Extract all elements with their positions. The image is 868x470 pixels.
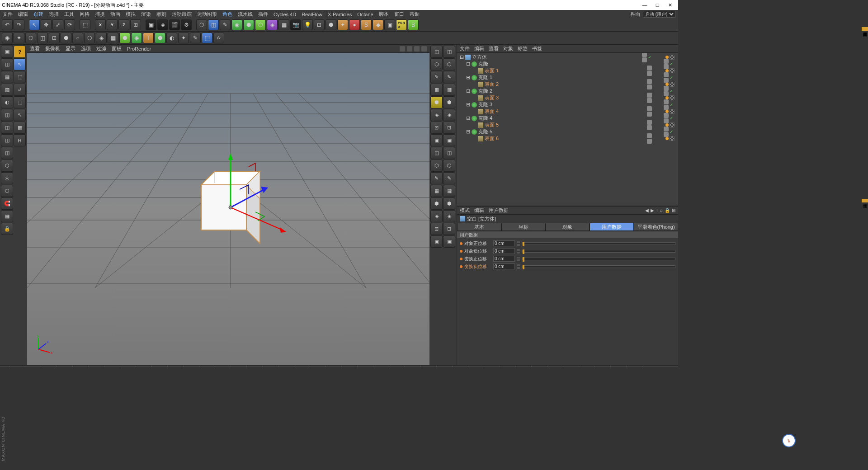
plugin-s-button[interactable]: S	[361, 19, 372, 30]
t2-part[interactable]: ✦	[178, 33, 189, 43]
move-tool[interactable]: ✥	[41, 19, 52, 30]
left-tool-1-1[interactable]: ↖	[14, 58, 26, 70]
vp-menu-面板[interactable]: 面板	[112, 45, 122, 52]
attr-value-input[interactable]: 0 cm	[493, 240, 515, 246]
plugin-2-button[interactable]: ●	[349, 19, 360, 30]
left-tool-10-0[interactable]: S	[1, 172, 13, 184]
right-tool-12-0[interactable]: ⬢	[430, 197, 443, 210]
attr-nav-home[interactable]: ⌂	[660, 208, 663, 213]
add-deformer-button[interactable]: ◈	[267, 19, 278, 30]
vp-menu-显示[interactable]: 显示	[66, 45, 75, 52]
select-tool[interactable]: ↖	[29, 19, 40, 30]
left-tool-13-0[interactable]: ▦	[1, 210, 13, 222]
t2-effector[interactable]: ◉	[131, 33, 142, 43]
attr-nav-new[interactable]: ⊞	[672, 208, 675, 213]
viewport-cube-object[interactable]	[170, 140, 287, 266]
t2-fx[interactable]: fx	[213, 33, 224, 43]
tree-row-12[interactable]: 表面 6	[458, 135, 677, 142]
right-tool-6-1[interactable]: ⊡	[443, 122, 455, 134]
attr-menu-编辑[interactable]: 编辑	[474, 207, 484, 214]
t2-3[interactable]: ⬡	[25, 33, 36, 43]
menu-选择[interactable]: 选择	[49, 11, 59, 18]
menu-运动图形[interactable]: 运动图形	[197, 11, 217, 18]
right-tool-3-1[interactable]: ▦	[443, 84, 455, 96]
tree-row-8[interactable]: 表面 4	[458, 108, 677, 115]
t2-hair[interactable]: ⬚	[202, 33, 212, 43]
attr-value-input[interactable]: 0 cm	[493, 263, 515, 269]
left-tool-8-0[interactable]: ◫	[1, 147, 13, 159]
left-tool-0-1[interactable]: ?	[14, 46, 26, 58]
tree-tag-dot[interactable]	[665, 137, 669, 140]
t2-7[interactable]: ○	[72, 33, 83, 43]
tree-tag-dot[interactable]	[665, 69, 669, 72]
vp-menu-选项[interactable]: 选项	[81, 45, 91, 52]
tree-tag-vis[interactable]	[647, 79, 652, 89]
t2-text[interactable]: T	[143, 33, 154, 43]
left-tool-4-0[interactable]: ◐	[1, 96, 13, 108]
vp-menu-ProRender[interactable]: ProRender	[127, 46, 151, 52]
attr-nav-back[interactable]: ◀	[645, 208, 649, 213]
right-tool-11-0[interactable]: ▦	[430, 185, 443, 197]
t2-cloner[interactable]: ⬢	[155, 33, 165, 43]
add-cube-button[interactable]: ◫	[208, 19, 219, 30]
recent-tool[interactable]: ⬚	[80, 19, 90, 30]
right-tool-2-0[interactable]: ✎	[430, 71, 443, 83]
plugin-3-button[interactable]: ◆	[373, 19, 383, 30]
attr-value-input[interactable]: 0 cm	[493, 248, 515, 254]
add-null-button[interactable]: ⬡	[196, 19, 207, 30]
tree-row-4[interactable]: 表面 2	[458, 81, 677, 88]
right-tool-0-0[interactable]: ◫	[430, 46, 443, 58]
left-tool-7-1[interactable]: H	[14, 134, 26, 146]
menu-插件[interactable]: 插件	[258, 11, 268, 18]
menu-工具[interactable]: 工具	[64, 11, 74, 18]
menu-编辑[interactable]: 编辑	[18, 11, 28, 18]
menu-Cycles 4D[interactable]: Cycles 4D	[274, 12, 296, 17]
add-camera-button[interactable]: 📷	[290, 19, 301, 30]
attr-menu-模式[interactable]: 模式	[460, 207, 470, 214]
add-light-button[interactable]: 💡	[302, 19, 313, 30]
menu-创建[interactable]: 创建	[33, 11, 43, 18]
left-tool-4-1[interactable]: ⬚	[14, 96, 26, 108]
left-tool-14-0[interactable]: 🔒	[1, 223, 13, 235]
timeline-ruler[interactable]: 0102030405060708090100110120130140150160…	[0, 366, 678, 367]
menu-运动跟踪[interactable]: 运动跟踪	[172, 11, 192, 18]
tree-tag-dot[interactable]	[665, 83, 669, 86]
t2-brush[interactable]: ✎	[190, 33, 201, 43]
right-tool-15-0[interactable]: ▣	[430, 235, 443, 248]
tree-tag-vis[interactable]	[642, 53, 647, 62]
obj-menu-文件[interactable]: 文件	[460, 45, 470, 52]
right-tool-8-0[interactable]: ◫	[430, 147, 443, 159]
right-tool-8-1[interactable]: ◫	[443, 147, 455, 159]
t2-8[interactable]: ⬡	[84, 33, 95, 43]
right-tool-14-1[interactable]: ⊡	[443, 223, 455, 235]
right-tool-13-0[interactable]: ◈	[430, 210, 443, 222]
obj-menu-标签[interactable]: 标签	[518, 45, 528, 52]
right-tool-10-0[interactable]: ✎	[430, 172, 443, 184]
plugin-5-button[interactable]: B	[408, 19, 419, 30]
object-manager-tree[interactable]: ⊟立方体✓⊟克隆✓表面 1⊟克隆 1✓表面 2⊟克隆 2✓表面 3⊟克隆 3✓表…	[457, 53, 678, 207]
tree-row-5[interactable]: ⊟克隆 2✓	[458, 88, 677, 94]
right-tool-11-1[interactable]: ▦	[443, 185, 455, 197]
menu-帮助[interactable]: 帮助	[410, 11, 420, 18]
undo-button[interactable]: ↶	[2, 19, 13, 30]
tree-tag-dot[interactable]	[665, 110, 669, 113]
attr-nav-lock[interactable]: 🔒	[665, 208, 670, 213]
render-view-button[interactable]: ▣	[146, 19, 156, 30]
left-tool-5-1[interactable]: ↖	[14, 109, 26, 121]
right-tool-14-0[interactable]: ⊡	[430, 223, 443, 235]
right-tool-9-0[interactable]: ⬡	[430, 160, 443, 172]
tree-tag-chk[interactable]: ✓	[648, 55, 653, 60]
attr-menu-用户数据[interactable]: 用户数据	[489, 207, 509, 214]
layout-select[interactable]: 启动 (用户)	[643, 11, 675, 18]
obj-menu-书签[interactable]: 书签	[532, 45, 542, 52]
tree-row-6[interactable]: 表面 3	[458, 94, 677, 101]
tree-tag-check[interactable]	[670, 136, 675, 141]
t2-4[interactable]: ◫	[37, 33, 48, 43]
add-scene-button[interactable]: ⊡	[314, 19, 325, 30]
tree-row-2[interactable]: 表面 1	[458, 67, 677, 74]
tree-tag-vis[interactable]	[647, 106, 652, 117]
psr-button[interactable]: PSR0	[396, 19, 407, 30]
obj-menu-查看[interactable]: 查看	[489, 45, 499, 52]
plugin-4-button[interactable]: ▣	[384, 19, 395, 30]
tree-tag-vis[interactable]	[647, 93, 652, 103]
